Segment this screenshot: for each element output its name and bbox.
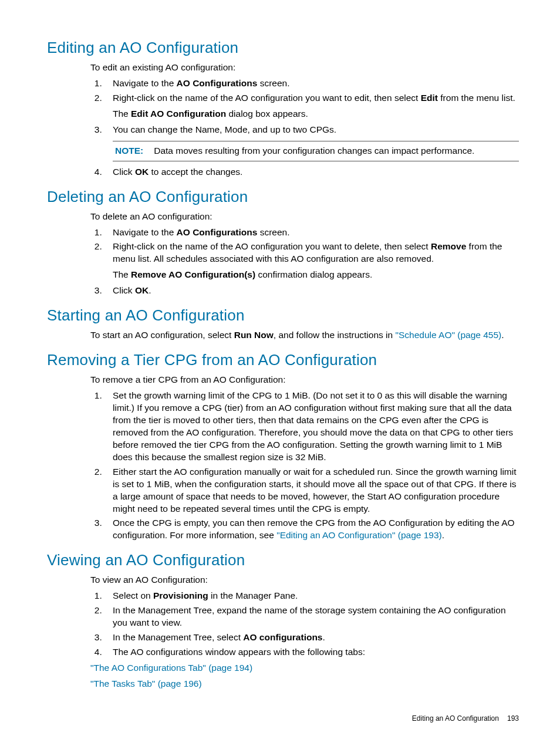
list-item: Click OK to accept the changes. <box>104 166 519 178</box>
sub-text: The Edit AO Configuration dialog box app… <box>113 108 519 120</box>
list-item: Right-click on the name of the AO config… <box>104 241 519 281</box>
intro-text: To view an AO Configuration: <box>90 574 519 586</box>
ordered-list: Select on Provisioning in the Manager Pa… <box>90 590 519 659</box>
heading-editing: Editing an AO Configuration <box>47 38 519 58</box>
list-item: Right-click on the name of the AO config… <box>104 92 519 120</box>
list-item: The AO configurations window appears wit… <box>104 646 519 659</box>
list-item: In the Management Tree, expand the name … <box>104 605 519 629</box>
list-item: Once the CPG is empty, you can then remo… <box>104 517 519 542</box>
list-item: Select on Provisioning in the Manager Pa… <box>104 590 519 602</box>
link-ao-config-tab[interactable]: "The AO Configurations Tab" (page 194) <box>90 663 252 673</box>
ordered-list: Navigate to the AO Configurations screen… <box>90 77 519 178</box>
section-editing: To edit an existing AO configuration: Na… <box>90 62 519 178</box>
list-item: Set the growth warning limit of the CPG … <box>104 390 519 464</box>
ordered-list: Set the growth warning limit of the CPG … <box>90 390 519 542</box>
link-editing-ao[interactable]: "Editing an AO Configuration" (page 193) <box>276 530 442 540</box>
footer-section: Editing an AO Configuration <box>412 714 499 723</box>
intro-text: To remove a tier CPG from an AO Configur… <box>90 374 519 386</box>
section-starting: To start an AO configuration, select Run… <box>90 329 519 342</box>
intro-text: To edit an existing AO configuration: <box>90 62 519 74</box>
note-text: Data moves resulting from your configura… <box>154 146 474 156</box>
heading-viewing: Viewing an AO Configuration <box>47 550 519 571</box>
paragraph: To start an AO configuration, select Run… <box>90 329 519 342</box>
page-number: 193 <box>507 714 519 723</box>
list-item: Click OK. <box>104 285 519 297</box>
list-item: Navigate to the AO Configurations screen… <box>104 227 519 239</box>
list-item: Either start the AO configuration manual… <box>104 466 519 515</box>
note-label: NOTE: <box>115 146 143 156</box>
sub-text: The Remove AO Configuration(s) confirmat… <box>113 269 519 281</box>
heading-removing-tier: Removing a Tier CPG from an AO Configura… <box>47 350 519 370</box>
link-tasks-tab[interactable]: "The Tasks Tab" (page 196) <box>90 679 202 688</box>
ordered-list: Navigate to the AO Configurations screen… <box>90 227 519 298</box>
page-footer: Editing an AO Configuration193 <box>47 714 519 723</box>
heading-deleting: Deleting an AO Configuration <box>47 187 519 207</box>
note-box: NOTE:Data moves resulting from your conf… <box>113 141 519 161</box>
section-removing-tier: To remove a tier CPG from an AO Configur… <box>90 374 519 542</box>
section-viewing: To view an AO Configuration: Select on P… <box>90 574 519 690</box>
intro-text: To delete an AO configuration: <box>90 211 519 223</box>
link-schedule-ao[interactable]: "Schedule AO" (page 455) <box>395 330 501 340</box>
heading-starting: Starting an AO Configuration <box>47 305 519 326</box>
list-item: In the Management Tree, select AO config… <box>104 632 519 644</box>
section-deleting: To delete an AO configuration: Navigate … <box>90 211 519 298</box>
list-item: Navigate to the AO Configurations screen… <box>104 77 519 90</box>
list-item: You can change the Name, Mode, and up to… <box>104 124 519 161</box>
